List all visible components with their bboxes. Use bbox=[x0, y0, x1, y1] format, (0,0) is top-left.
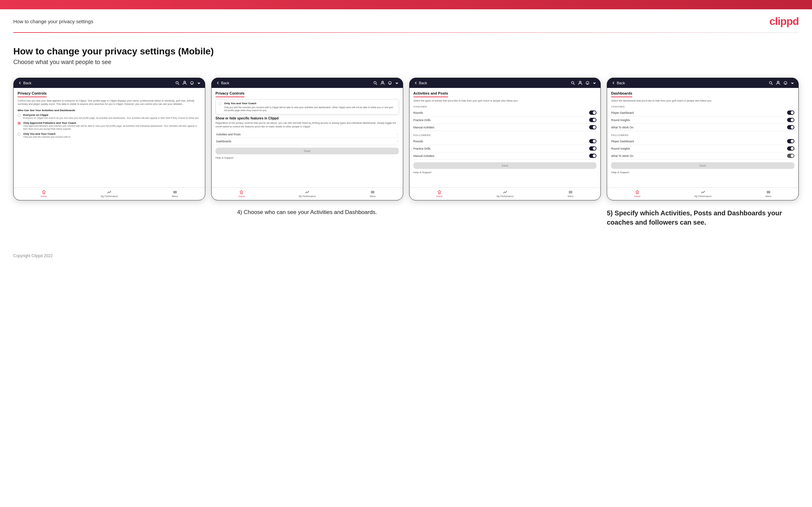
toggle-followers-player-dash[interactable]: Player Dashboard bbox=[611, 138, 795, 145]
toggle-coaches-rounds-switch[interactable] bbox=[589, 111, 597, 115]
phone-3-bottom-nav: Home My Performance Menu bbox=[409, 187, 601, 200]
callout-text: Only You and Your Coach Only you and the… bbox=[224, 102, 396, 112]
callout-radio: Only You and Your Coach Only you and the… bbox=[218, 102, 396, 112]
toggle-followers-rounds-switch[interactable] bbox=[589, 139, 597, 143]
radio-you-coach[interactable]: Only You and Your Coach Only you and the… bbox=[17, 132, 201, 138]
toggle-coaches-work-on-switch[interactable] bbox=[787, 125, 795, 129]
bottom-nav-perf-1[interactable]: My Performance bbox=[101, 190, 118, 198]
back-button-2[interactable]: Back bbox=[215, 80, 229, 85]
svg-rect-20 bbox=[439, 192, 440, 193]
back-button-4[interactable]: Back bbox=[611, 80, 625, 85]
toggle-followers-player-dash-switch[interactable] bbox=[787, 139, 795, 143]
toggle-coaches-player-dash-switch[interactable] bbox=[787, 111, 795, 115]
phone-3-col: Back Activities and Posts Select the typ… bbox=[409, 78, 601, 201]
bottom-nav-home-3[interactable]: Home bbox=[437, 190, 443, 198]
radio-everyone-text: Everyone on Clippd Everyone on Clippd ca… bbox=[23, 113, 199, 119]
toggle-coaches-player-dash[interactable]: Player Dashboard bbox=[611, 109, 795, 116]
toggle-coaches-rounds-label: Rounds bbox=[413, 111, 423, 114]
captions-row: 4) Choose who can see your Activities an… bbox=[13, 208, 799, 227]
search-icon-4 bbox=[768, 80, 773, 85]
profile-icon-1 bbox=[182, 80, 187, 85]
toggle-coaches-rounds[interactable]: Rounds bbox=[413, 109, 597, 116]
toggle-coaches-player-dash-label: Player Dashboard bbox=[611, 111, 633, 114]
followers-label-3: FOLLOWERS bbox=[413, 134, 597, 137]
screen-3-title: Activities and Posts bbox=[413, 91, 448, 97]
radio-everyone-circle bbox=[17, 114, 20, 117]
toggle-followers-round-insights[interactable]: Round Insights bbox=[611, 145, 795, 152]
radio-you-coach-text: Only You and Your Coach Only you and the… bbox=[23, 132, 70, 138]
footer: Copyright Clippd 2022 bbox=[0, 247, 812, 265]
bottom-nav-home-1[interactable]: Home bbox=[41, 190, 47, 198]
phone-4-nav-icons bbox=[768, 80, 795, 85]
phone-1: Back Privacy Controls Control how you an… bbox=[13, 78, 205, 201]
back-button-1[interactable]: Back bbox=[17, 80, 31, 85]
toggle-followers-round-insights-label: Round Insights bbox=[611, 147, 630, 150]
toggle-followers-round-insights-switch[interactable] bbox=[787, 146, 795, 151]
radio-you-coach-label: Only You and Your Coach bbox=[23, 132, 70, 135]
toggle-coaches-round-insights-label: Round Insights bbox=[611, 118, 630, 122]
bottom-nav-menu-4[interactable]: Menu bbox=[765, 190, 771, 198]
screen-3-desc: Select the types of activity that you'd … bbox=[413, 99, 597, 103]
toggle-followers-manual[interactable]: Manual Activities bbox=[413, 152, 597, 160]
nav-activities-arrow: › bbox=[397, 133, 398, 136]
radio-approved-desc: Only approved followers and coaches you … bbox=[23, 124, 201, 130]
profile-icon-3 bbox=[578, 80, 582, 85]
save-btn-4[interactable]: Save bbox=[611, 162, 795, 169]
toggle-coaches-manual-switch[interactable] bbox=[589, 125, 597, 129]
bottom-nav-menu-1[interactable]: Menu bbox=[172, 190, 178, 198]
screen-1-section-label: Who Can See Your Activities and Dashboar… bbox=[17, 109, 201, 112]
save-btn-3[interactable]: Save bbox=[413, 162, 597, 169]
radio-you-coach-circle bbox=[17, 133, 20, 136]
bottom-nav-menu-2[interactable]: Menu bbox=[370, 190, 376, 198]
radio-everyone[interactable]: Everyone on Clippd Everyone on Clippd ca… bbox=[17, 113, 201, 119]
toggle-coaches-drills[interactable]: Practice Drills bbox=[413, 116, 597, 124]
radio-approved[interactable]: Only Approved Followers and Your Coach O… bbox=[17, 121, 201, 130]
toggle-coaches-work-on[interactable]: What To Work On bbox=[611, 124, 795, 131]
screen-1-title: Privacy Controls bbox=[17, 91, 47, 97]
toggle-coaches-round-insights-switch[interactable] bbox=[787, 118, 795, 122]
svg-rect-4 bbox=[43, 192, 45, 193]
toggle-followers-drills-switch[interactable] bbox=[589, 146, 597, 151]
bell-icon-4 bbox=[783, 80, 788, 85]
callout-desc: Only you and the coaches you connect wit… bbox=[224, 106, 396, 112]
toggle-followers-manual-label: Manual Activities bbox=[413, 154, 435, 158]
toggle-followers-drills[interactable]: Practice Drills bbox=[413, 145, 597, 152]
toggle-coaches-drills-switch[interactable] bbox=[589, 118, 597, 122]
toggle-coaches-round-insights[interactable]: Round Insights bbox=[611, 116, 795, 124]
search-icon-1 bbox=[175, 80, 180, 85]
bottom-nav-menu-label-2: Menu bbox=[370, 195, 376, 198]
bottom-nav-home-2[interactable]: Home bbox=[239, 190, 245, 198]
toggle-followers-work-on-switch[interactable] bbox=[787, 154, 795, 158]
toggle-followers-manual-switch[interactable] bbox=[589, 154, 597, 158]
nav-dashboards-label: Dashboards bbox=[216, 140, 232, 143]
save-btn-2[interactable]: Save bbox=[215, 148, 399, 154]
svg-line-17 bbox=[573, 83, 574, 84]
nav-dashboards[interactable]: Dashboards › bbox=[215, 138, 399, 145]
svg-point-26 bbox=[777, 81, 779, 82]
toggle-followers-work-on[interactable]: What To Work On bbox=[611, 152, 795, 160]
chevron-down-icon-1 bbox=[197, 81, 201, 85]
bottom-nav-perf-3[interactable]: My Performance bbox=[497, 190, 513, 198]
bottom-nav-perf-4[interactable]: My Performance bbox=[695, 190, 711, 198]
back-button-3[interactable]: Back bbox=[413, 80, 427, 85]
nav-activities-posts[interactable]: Activities and Posts › bbox=[215, 131, 399, 138]
caption-right-text: 5) Specify which Activities, Posts and D… bbox=[607, 208, 799, 227]
phone-1-screen: Privacy Controls Control how you and you… bbox=[14, 88, 205, 187]
nav-activities-label: Activities and Posts bbox=[216, 133, 241, 136]
bottom-nav-perf-2[interactable]: My Performance bbox=[299, 190, 316, 198]
toggle-coaches-manual[interactable]: Manual Activities bbox=[413, 124, 597, 131]
page-content: How to change your privacy settings (Mob… bbox=[0, 33, 812, 247]
bottom-nav-menu-3[interactable]: Menu bbox=[568, 190, 573, 198]
screen-4-title: Dashboards bbox=[611, 91, 632, 97]
radio-approved-label: Only Approved Followers and Your Coach bbox=[23, 121, 201, 124]
screen-1-desc: Control how you and your data appears to… bbox=[17, 99, 201, 106]
toggle-followers-rounds[interactable]: Rounds bbox=[413, 138, 597, 145]
phone-2-nav: Back bbox=[211, 78, 403, 88]
bottom-nav-perf-label-2: My Performance bbox=[299, 195, 316, 198]
toggle-coaches-drills-label: Practice Drills bbox=[413, 118, 431, 122]
help-support-3: Help & Support bbox=[413, 169, 597, 174]
phone-2: Back Privacy Controls bbox=[211, 78, 403, 201]
bottom-nav-home-4[interactable]: Home bbox=[634, 190, 641, 198]
phone-3-nav: Back bbox=[409, 78, 601, 88]
phone-2-screen: Privacy Controls Only You and Your Coach… bbox=[211, 88, 403, 187]
